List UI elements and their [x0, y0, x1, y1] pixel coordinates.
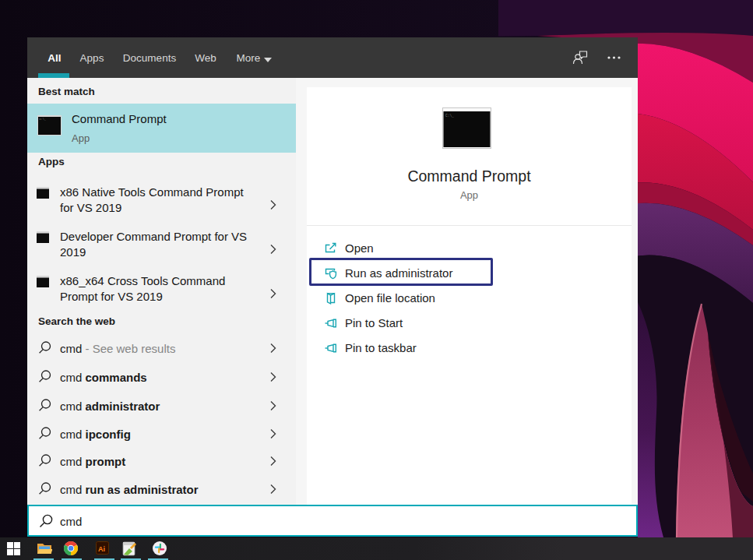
svg-text:C:\_: C:\_ [40, 118, 47, 121]
svg-text:Ai: Ai [98, 545, 105, 553]
svg-text:C:\_: C:\_ [445, 114, 454, 118]
